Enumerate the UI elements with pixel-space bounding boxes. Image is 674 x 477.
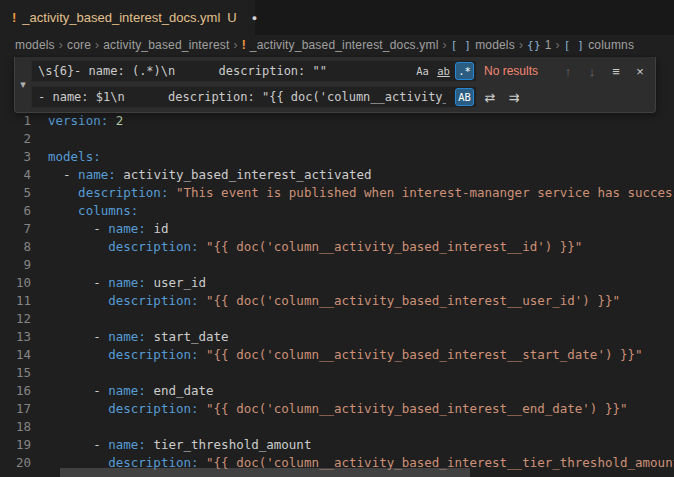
find-in-selection-button[interactable]: ≡ (605, 60, 627, 82)
match-case-button[interactable]: Aa (413, 62, 432, 80)
code-token: "This event is published when interest-m… (176, 185, 674, 200)
code-text[interactable]: description: "{{ doc('column__activity_b… (48, 292, 620, 310)
regex-button[interactable]: .* (455, 62, 474, 80)
code-line[interactable]: 15 (0, 364, 674, 382)
code-line[interactable]: 8 description: "{{ doc('column__activity… (0, 238, 674, 256)
preserve-case-button[interactable]: AB (455, 88, 474, 106)
code-token: - (48, 167, 78, 182)
editor[interactable]: 1version: 223models:4 - name: activity_b… (0, 55, 674, 477)
code-line[interactable]: 17 description: "{{ doc('column__activit… (0, 400, 674, 418)
code-line[interactable]: 11 description: "{{ doc('column__activit… (0, 292, 674, 310)
breadcrumb-item-symbol-models[interactable]: [ ] models (451, 38, 515, 52)
line-number[interactable]: 8 (0, 238, 31, 256)
code-token: - (48, 383, 108, 398)
close-find-button[interactable]: × (629, 60, 651, 82)
git-status-badge: U (227, 10, 236, 25)
code-token (48, 293, 108, 308)
code-text[interactable]: description: "This event is published wh… (48, 184, 674, 202)
breadcrumb-separator-icon: › (59, 38, 63, 52)
breadcrumb-item-models[interactable]: models (15, 38, 55, 52)
toggle-replace-button[interactable]: ▾ (15, 60, 31, 108)
line-number[interactable]: 6 (0, 202, 31, 220)
code-text[interactable]: - name: activity_based_interest_activate… (48, 166, 372, 184)
code-token (168, 185, 176, 200)
code-line[interactable]: 6 columns: (0, 202, 674, 220)
code-token: activity_based_interest_activated (116, 167, 372, 182)
line-number[interactable]: 2 (0, 130, 31, 148)
line-number[interactable]: 13 (0, 328, 31, 346)
code-line[interactable]: 13 - name: start_date (0, 328, 674, 346)
editor-tab[interactable]: ! _activity_based_interest_docs.yml U ● (0, 0, 256, 35)
code-line[interactable]: 12 (0, 310, 674, 328)
breadcrumb-separator-icon: › (95, 38, 99, 52)
code-line[interactable]: 19 - name: tier_threshold_amount (0, 436, 674, 454)
replace-all-button[interactable]: ⇉ (503, 86, 525, 108)
replace-input[interactable] (31, 86, 477, 108)
yaml-file-icon: ! (12, 10, 16, 25)
code-text[interactable]: description: "{{ doc('column__activity_b… (48, 400, 628, 418)
code-line[interactable]: 16 - name: end_date (0, 382, 674, 400)
code-text[interactable]: - name: tier_threshold_amount (48, 436, 311, 454)
code-text[interactable]: - name: end_date (48, 382, 214, 400)
code-text[interactable]: models: (48, 148, 101, 166)
code-token: end_date (146, 383, 214, 398)
line-number[interactable]: 4 (0, 166, 31, 184)
code-line[interactable]: 3models: (0, 148, 674, 166)
code-text[interactable]: description: "{{ doc('column__activity_b… (48, 238, 582, 256)
breadcrumb-separator-icon: › (556, 38, 560, 52)
line-number[interactable]: 18 (0, 418, 31, 436)
code-token (199, 293, 207, 308)
code-text[interactable]: - name: id (48, 220, 168, 238)
yaml-file-icon: ! (242, 38, 246, 52)
code-text[interactable]: columns: (48, 202, 138, 220)
line-number[interactable]: 3 (0, 148, 31, 166)
object-symbol-icon: {} (527, 39, 541, 52)
breadcrumb-item-file[interactable]: ! _activity_based_interest_docs.yml (242, 38, 439, 52)
code-text[interactable]: version: 2 (48, 112, 123, 130)
line-number[interactable]: 7 (0, 220, 31, 238)
code-line[interactable]: 10 - name: user_id (0, 274, 674, 292)
code-token: description: (108, 239, 198, 254)
unsaved-changes-dot[interactable]: ● (252, 13, 257, 23)
code-area[interactable]: 1version: 223models:4 - name: activity_b… (0, 55, 674, 472)
line-number[interactable]: 14 (0, 346, 31, 364)
whole-word-button[interactable]: ab (434, 62, 453, 80)
code-token: - (48, 437, 108, 452)
code-line[interactable]: 4 - name: activity_based_interest_activa… (0, 166, 674, 184)
code-line[interactable]: 1version: 2 (0, 112, 674, 130)
previous-match-button[interactable]: ↑ (557, 60, 579, 82)
line-number[interactable]: 15 (0, 364, 31, 382)
breadcrumb-item-core[interactable]: core (67, 38, 91, 52)
code-token (199, 401, 207, 416)
line-number[interactable]: 19 (0, 436, 31, 454)
breadcrumb-item-symbol-columns[interactable]: [ ] columns (564, 38, 634, 52)
line-number[interactable]: 16 (0, 382, 31, 400)
breadcrumb-label: models (475, 38, 515, 52)
line-number[interactable]: 9 (0, 256, 31, 274)
line-number[interactable]: 20 (0, 454, 31, 472)
code-text[interactable]: - name: user_id (48, 274, 206, 292)
code-text[interactable]: description: "{{ doc('column__activity_b… (48, 346, 643, 364)
breadcrumb-item-symbol-1[interactable]: {} 1 (527, 38, 551, 52)
code-line[interactable]: 9 (0, 256, 674, 274)
find-row: Aa ab .* No results ↑ ↓ ≡ × (31, 60, 651, 82)
code-line[interactable]: 2 (0, 130, 674, 148)
find-input[interactable] (31, 60, 477, 82)
code-token (199, 239, 207, 254)
next-match-button[interactable]: ↓ (581, 60, 603, 82)
code-line[interactable]: 18 (0, 418, 674, 436)
line-number[interactable]: 5 (0, 184, 31, 202)
line-number[interactable]: 17 (0, 400, 31, 418)
line-number[interactable]: 1 (0, 112, 31, 130)
code-line[interactable]: 7 - name: id (0, 220, 674, 238)
horizontal-scrollbar[interactable] (60, 468, 470, 477)
replace-button[interactable]: ⇄ (479, 86, 501, 108)
code-line[interactable]: 14 description: "{{ doc('column__activit… (0, 346, 674, 364)
breadcrumb-item-folder[interactable]: activity_based_interest (103, 38, 229, 52)
code-text[interactable]: - name: start_date (48, 328, 229, 346)
code-line[interactable]: 5 description: "This event is published … (0, 184, 674, 202)
line-number[interactable]: 10 (0, 274, 31, 292)
line-number[interactable]: 11 (0, 292, 31, 310)
code-token: name: (108, 383, 146, 398)
line-number[interactable]: 12 (0, 310, 31, 328)
